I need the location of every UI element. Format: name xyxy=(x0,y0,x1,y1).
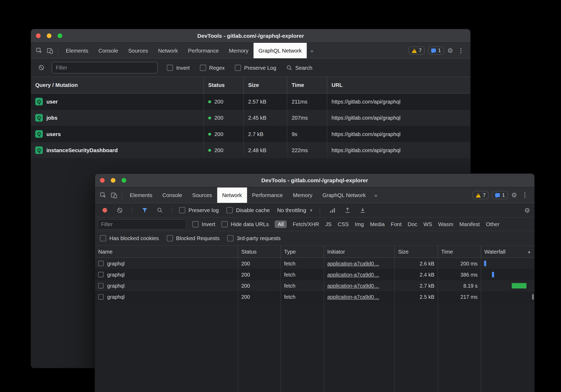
close-button[interactable] xyxy=(100,178,105,183)
title-bar[interactable]: DevTools - gitlab.com/-/graphql-explorer xyxy=(95,174,534,188)
request-row[interactable]: graphql 200 fetch application-a7ca9d0… 2… xyxy=(95,291,534,302)
preserve-log-checkbox[interactable]: Preserve log xyxy=(179,207,219,213)
invert-checkbox[interactable]: Invert xyxy=(192,221,215,227)
inspect-element-icon[interactable] xyxy=(34,45,45,56)
tab-graphql-network[interactable]: GraphQL Network xyxy=(317,187,371,203)
more-tabs-icon[interactable]: » xyxy=(371,187,381,203)
column-header-size[interactable]: Size xyxy=(244,77,287,93)
issues-badge[interactable]: 1 xyxy=(492,191,508,199)
device-toolbar-icon[interactable] xyxy=(109,190,119,200)
row-checkbox[interactable] xyxy=(98,294,104,300)
initiator-link[interactable]: application-a7ca9d0… xyxy=(327,283,379,289)
row-checkbox[interactable] xyxy=(98,261,104,266)
column-header-type[interactable]: Type xyxy=(280,246,324,258)
issues-badge[interactable]: 1 xyxy=(428,46,444,55)
tab-network[interactable]: Network xyxy=(217,187,247,203)
table-row[interactable]: Q instanceSecurityDashboard 200 2.48 kB … xyxy=(31,142,470,158)
network-settings-gear-icon[interactable]: ⚙ xyxy=(524,207,530,214)
clear-icon[interactable] xyxy=(36,62,47,73)
inspect-element-icon[interactable] xyxy=(98,190,109,200)
filter-funnel-icon[interactable] xyxy=(139,205,150,216)
filter-type-wasm[interactable]: Wasm xyxy=(438,221,453,227)
tab-console[interactable]: Console xyxy=(157,187,187,203)
column-header-name[interactable]: Name xyxy=(95,246,238,258)
column-header-query[interactable]: Query / Mutation xyxy=(31,77,204,93)
settings-gear-icon[interactable]: ⚙ xyxy=(447,47,453,54)
device-toolbar-icon[interactable] xyxy=(45,45,55,56)
clear-icon[interactable] xyxy=(114,205,125,216)
minimize-button[interactable] xyxy=(47,34,52,38)
sort-ascending-icon[interactable]: ▲ xyxy=(527,249,531,254)
export-har-icon[interactable] xyxy=(357,205,368,216)
filter-type-font[interactable]: Font xyxy=(391,221,402,227)
filter-input[interactable] xyxy=(98,219,186,229)
preserve-log-checkbox[interactable]: Preserve Log xyxy=(235,64,276,71)
column-header-url[interactable]: URL xyxy=(327,77,470,93)
tab-memory[interactable]: Memory xyxy=(224,43,254,58)
column-header-status[interactable]: Status xyxy=(204,77,244,93)
kebab-menu-icon[interactable]: ⋮ xyxy=(520,192,529,198)
throttling-dropdown[interactable]: No throttling ▼ xyxy=(277,207,313,213)
settings-gear-icon[interactable]: ⚙ xyxy=(511,192,517,198)
tab-memory[interactable]: Memory xyxy=(288,187,317,203)
filter-input[interactable] xyxy=(52,62,157,73)
more-tabs-icon[interactable]: » xyxy=(307,43,317,58)
warnings-badge[interactable]: 7 xyxy=(408,46,425,55)
tab-performance[interactable]: Performance xyxy=(247,187,288,203)
column-header-time[interactable]: Time xyxy=(438,246,481,258)
column-header-time[interactable]: Time xyxy=(287,77,327,93)
regex-checkbox[interactable]: Regex xyxy=(200,64,225,71)
title-bar[interactable]: DevTools - gitlab.com/-/graphql-explorer xyxy=(31,29,470,43)
kebab-menu-icon[interactable]: ⋮ xyxy=(456,48,465,54)
filter-type-media[interactable]: Media xyxy=(370,221,385,227)
minimize-button[interactable] xyxy=(111,178,115,183)
filter-type-doc[interactable]: Doc xyxy=(408,221,417,227)
search-control[interactable]: Search xyxy=(286,64,312,71)
tab-network[interactable]: Network xyxy=(153,43,183,58)
maximize-button[interactable] xyxy=(58,34,62,38)
row-checkbox[interactable] xyxy=(98,272,104,277)
tab-elements[interactable]: Elements xyxy=(61,43,93,58)
column-header-waterfall[interactable]: Waterfall ▲ xyxy=(481,246,534,258)
filter-type-js[interactable]: JS xyxy=(325,221,331,227)
tab-console[interactable]: Console xyxy=(93,43,123,58)
column-header-size[interactable]: Size xyxy=(395,246,438,258)
import-har-icon[interactable] xyxy=(342,205,353,216)
invert-checkbox[interactable]: Invert xyxy=(167,64,190,71)
tab-graphql-network[interactable]: GraphQL Network xyxy=(253,43,307,58)
initiator-link[interactable]: application-a7ca9d0… xyxy=(327,272,379,278)
tab-elements[interactable]: Elements xyxy=(125,187,157,203)
initiator-link[interactable]: application-a7ca9d0… xyxy=(327,294,379,300)
table-row[interactable]: Q users 200 2.7 kB 9s https://gitlab.com… xyxy=(31,126,470,142)
row-checkbox[interactable] xyxy=(98,283,104,288)
blocked-requests-checkbox[interactable]: Blocked Requests xyxy=(167,235,219,241)
filter-type-css[interactable]: CSS xyxy=(338,221,349,227)
request-row[interactable]: graphql 200 fetch application-a7ca9d0… 2… xyxy=(95,280,534,291)
disable-cache-checkbox[interactable]: Disable cache xyxy=(227,207,270,213)
has-blocked-cookies-checkbox[interactable]: Has blocked cookies xyxy=(100,235,159,241)
tab-sources[interactable]: Sources xyxy=(187,187,217,203)
column-header-initiator[interactable]: Initiator xyxy=(324,246,394,258)
record-button[interactable] xyxy=(99,205,110,216)
request-row[interactable]: graphql 200 fetch application-a7ca9d0… 2… xyxy=(95,258,534,269)
tab-performance[interactable]: Performance xyxy=(183,43,224,58)
filter-type-fetch-xhr[interactable]: Fetch/XHR xyxy=(293,221,319,227)
table-row[interactable]: Q user 200 2.57 kB 211ms https://gitlab.… xyxy=(31,94,470,110)
third-party-requests-checkbox[interactable]: 3rd-party requests xyxy=(227,235,280,241)
close-button[interactable] xyxy=(36,34,41,38)
request-row[interactable]: graphql 200 fetch application-a7ca9d0… 2… xyxy=(95,269,534,280)
filter-type-all[interactable]: All xyxy=(275,221,287,228)
network-conditions-icon[interactable] xyxy=(327,205,338,216)
tab-sources[interactable]: Sources xyxy=(123,43,153,58)
filter-type-other[interactable]: Other xyxy=(486,221,499,227)
initiator-link[interactable]: application-a7ca9d0… xyxy=(327,260,379,266)
column-header-status[interactable]: Status xyxy=(238,246,280,258)
search-icon[interactable] xyxy=(154,205,165,216)
filter-type-ws[interactable]: WS xyxy=(423,221,432,227)
maximize-button[interactable] xyxy=(121,178,126,183)
warnings-badge[interactable]: 7 xyxy=(473,191,489,199)
filter-type-img[interactable]: Img xyxy=(355,221,364,227)
filter-type-manifest[interactable]: Manifest xyxy=(459,221,480,227)
hide-data-urls-checkbox[interactable]: Hide data URLs xyxy=(221,221,269,227)
table-row[interactable]: Q jobs 200 2.45 kB 207ms https://gitlab.… xyxy=(31,110,470,126)
